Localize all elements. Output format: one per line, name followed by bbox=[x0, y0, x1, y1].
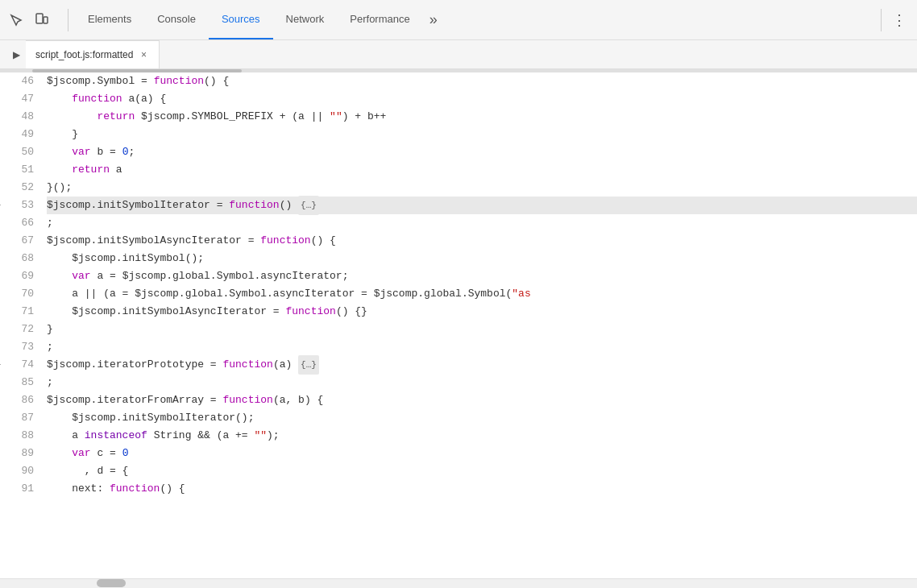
token-op bbox=[47, 445, 72, 462]
token-op: c = bbox=[91, 445, 122, 462]
expand-arrow-icon[interactable]: ▶ bbox=[0, 360, 3, 370]
device-icon[interactable] bbox=[32, 10, 52, 30]
code-line-91: next: function() { bbox=[47, 480, 917, 498]
line-number-87: 87 bbox=[6, 409, 34, 427]
token-kw2: instanceof bbox=[85, 427, 147, 445]
token-op bbox=[47, 161, 72, 179]
token-op: b = bbox=[91, 143, 122, 161]
file-tab-bar: ▶ script_foot.js:formatted × bbox=[0, 40, 917, 69]
token-op: } bbox=[47, 126, 78, 143]
scroll-thumb bbox=[32, 69, 242, 72]
token-op: () { bbox=[204, 72, 229, 90]
nav-tabs: Elements Console Sources Network Perform… bbox=[75, 0, 874, 39]
line-numbers: 46474849505152▶536667686970717273▶748586… bbox=[0, 72, 40, 578]
token-op: () {} bbox=[336, 303, 367, 321]
token-op bbox=[47, 108, 97, 126]
token-op: String && (a += bbox=[147, 427, 255, 445]
code-line-52: }(); bbox=[47, 179, 917, 197]
line-number-85: 85 bbox=[6, 374, 34, 391]
devtools-menu-button[interactable]: ⋮ bbox=[888, 9, 911, 31]
more-tabs-button[interactable]: » bbox=[423, 11, 444, 28]
code-line-88: a instanceof String && (a += ""); bbox=[47, 427, 917, 445]
code-line-50: var b = 0; bbox=[47, 143, 917, 161]
token-op: () bbox=[280, 197, 298, 214]
token-op: = bbox=[210, 197, 229, 214]
token-op: , d = { bbox=[47, 462, 128, 480]
token-kw: function bbox=[229, 197, 279, 214]
toolbar-icons bbox=[6, 10, 52, 30]
tab-console[interactable]: Console bbox=[144, 0, 209, 39]
token-kw: function bbox=[222, 391, 272, 409]
code-line-68: $jscomp.initSymbol(); bbox=[47, 250, 917, 267]
token-kw: var bbox=[72, 143, 90, 161]
token-kw: function bbox=[154, 72, 204, 90]
code-line-66: ; bbox=[47, 214, 917, 232]
line-number-46: 46 bbox=[6, 72, 34, 90]
tab-sources[interactable]: Sources bbox=[209, 0, 273, 39]
token-kw: return bbox=[97, 108, 135, 126]
code-line-85: ; bbox=[47, 374, 917, 391]
code-line-53: $jscomp.initSymbolIterator = function() … bbox=[47, 197, 917, 214]
collapsed-block[interactable]: {…} bbox=[298, 355, 319, 375]
line-number-53: ▶53 bbox=[6, 197, 34, 214]
line-number-69: 69 bbox=[6, 267, 34, 285]
token-op: = bbox=[204, 391, 222, 409]
horizontal-scrollbar-thumb[interactable] bbox=[97, 579, 126, 587]
toolbar-divider bbox=[68, 9, 68, 31]
token-op bbox=[47, 90, 72, 108]
line-number-91: 91 bbox=[6, 480, 34, 498]
line-number-66: 66 bbox=[6, 214, 34, 232]
expand-arrow-icon[interactable]: ▶ bbox=[0, 201, 3, 210]
line-number-72: 72 bbox=[6, 321, 34, 338]
file-tab-close-button[interactable]: × bbox=[138, 49, 149, 60]
cursor-icon[interactable] bbox=[6, 10, 26, 30]
line-number-51: 51 bbox=[6, 161, 34, 179]
token-op bbox=[47, 267, 72, 285]
line-number-68: 68 bbox=[6, 250, 34, 267]
code-line-47: function a(a) { bbox=[47, 90, 917, 108]
token-kw: function bbox=[222, 356, 272, 374]
token-op: $jscomp.initSymbolIterator(); bbox=[47, 409, 254, 427]
line-number-67: 67 bbox=[6, 232, 34, 250]
collapsed-block[interactable]: {…} bbox=[298, 196, 319, 215]
tab-elements[interactable]: Elements bbox=[75, 0, 144, 39]
token-op: $jscomp.SYMBOL_PREFIX + (a || bbox=[135, 108, 330, 126]
token-kw: function bbox=[110, 480, 160, 498]
code-line-86: $jscomp.iteratorFromArray = function(a, … bbox=[47, 391, 917, 409]
horizontal-scrollbar[interactable] bbox=[0, 578, 917, 588]
code-line-46: $jscomp.Symbol = function() { bbox=[47, 72, 917, 90]
code-line-48: return $jscomp.SYMBOL_PREFIX + (a || "")… bbox=[47, 108, 917, 126]
token-op: a bbox=[110, 161, 122, 179]
code-content[interactable]: 46474849505152▶536667686970717273▶748586… bbox=[0, 72, 917, 578]
token-op: = bbox=[204, 356, 222, 374]
file-tab-navigate-icon[interactable]: ▶ bbox=[6, 45, 26, 64]
line-number-73: 73 bbox=[6, 338, 34, 356]
code-line-72: } bbox=[47, 321, 917, 338]
code-line-71: $jscomp.initSymbolAsyncIterator = functi… bbox=[47, 303, 917, 321]
code-line-90: , d = { bbox=[47, 462, 917, 480]
token-kw: var bbox=[72, 445, 90, 462]
line-number-47: 47 bbox=[6, 90, 34, 108]
token-kw: function bbox=[285, 303, 335, 321]
file-tab[interactable]: script_foot.js:formatted × bbox=[26, 40, 160, 68]
token-num: 0 bbox=[122, 143, 129, 161]
line-number-86: 86 bbox=[6, 391, 34, 409]
token-op: () { bbox=[160, 480, 185, 498]
token-jscomp: $jscomp.iteratorFromArray bbox=[47, 391, 204, 409]
token-str: "" bbox=[254, 427, 267, 445]
token-str: "" bbox=[330, 108, 342, 126]
token-kw: function bbox=[72, 90, 122, 108]
token-kw: var bbox=[72, 267, 90, 285]
line-number-89: 89 bbox=[6, 445, 34, 462]
token-op: ; bbox=[47, 374, 53, 391]
tab-network[interactable]: Network bbox=[273, 0, 338, 39]
tab-performance[interactable]: Performance bbox=[337, 0, 422, 39]
token-jscomp: $jscomp.initSymbolAsyncIterator bbox=[47, 232, 242, 250]
line-number-52: 52 bbox=[6, 179, 34, 197]
token-op: ; bbox=[128, 143, 135, 161]
token-op: ; bbox=[47, 338, 53, 356]
scroll-indicator bbox=[0, 69, 917, 72]
line-number-71: 71 bbox=[6, 303, 34, 321]
line-number-50: 50 bbox=[6, 143, 34, 161]
token-op: $jscomp.initSymbolAsyncIterator = bbox=[47, 303, 285, 321]
